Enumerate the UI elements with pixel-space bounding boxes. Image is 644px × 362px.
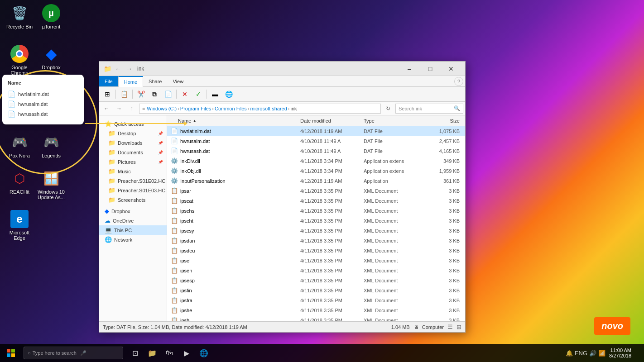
file-row[interactable]: 📋 ipscsy 4/11/2018 3:35 PM XML Document …	[167, 226, 465, 236]
col-header-type[interactable]: Type	[364, 118, 427, 124]
file-icon: 📄	[171, 128, 178, 134]
file-row[interactable]: ⚙️ InputPersonalization 4/12/2018 1:19 A…	[167, 176, 465, 186]
ribbon-delete-btn[interactable]: ✕	[178, 88, 191, 100]
ribbon-properties-btn[interactable]: ▬	[209, 88, 221, 100]
file-row[interactable]: 📋 ipsel 4/11/2018 3:35 PM XML Document 3…	[167, 256, 465, 266]
file-row[interactable]: 📄 hwrusalm.dat 4/10/2018 11:49 A DAT Fil…	[167, 136, 465, 146]
search-box[interactable]: Search ink 🔍	[395, 104, 463, 114]
sidebar-item-network[interactable]: 🌐 Network	[99, 235, 167, 244]
file-row[interactable]: 📋 ipsfin 4/11/2018 3:35 PM XML Document …	[167, 286, 465, 295]
taskbar-chrome-btn[interactable]: 🌐	[196, 344, 212, 362]
desktop-icon-recycle-bin[interactable]: 🗑️ Recycle Bin	[4, 2, 35, 31]
annotation-arrow	[85, 123, 185, 124]
taskbar-store-btn[interactable]: 🛍	[161, 344, 178, 362]
file-row[interactable]: 📋 ipshe 4/11/2018 3:35 PM XML Document 3…	[167, 305, 465, 315]
maximize-button[interactable]: □	[420, 62, 441, 76]
file-row[interactable]: 📋 ipscht 4/11/2018 3:35 PM XML Document …	[167, 216, 465, 226]
minimize-button[interactable]: –	[399, 62, 420, 76]
up-button[interactable]: ↑	[126, 103, 137, 114]
desktop-icon-win10update[interactable]: 🪟 Windows 10 Update As...	[35, 167, 67, 202]
file-row[interactable]: 📋 ipsesp 4/11/2018 3:35 PM XML Document …	[167, 276, 465, 286]
taskbar-vlc-btn[interactable]: ▶	[178, 344, 195, 362]
taskbar-search[interactable]: ○ Type here to search 🎤	[24, 347, 123, 359]
col-header-name[interactable]: Name ▲	[169, 118, 300, 124]
title-bar-forward-btn[interactable]: →	[125, 64, 134, 73]
file-row[interactable]: 📋 ipscat 4/11/2018 3:35 PM XML Document …	[167, 196, 465, 206]
col-header-size[interactable]: Size	[427, 118, 463, 124]
ribbon-paste-btn[interactable]: 📄	[162, 88, 174, 100]
desktop-icon-reachit[interactable]: ⬡ REACHit	[4, 167, 35, 196]
close-button[interactable]: ✕	[441, 62, 461, 76]
desktop-icon-utorrent[interactable]: µ µTorrent	[35, 2, 67, 31]
file-row[interactable]: 📋 ipsfra 4/11/2018 3:35 PM XML Document …	[167, 295, 465, 305]
desktop-icon-chrome[interactable]: Google Chrome	[4, 43, 35, 77]
notification-icon[interactable]: 🔔	[566, 350, 573, 357]
ribbon-copy-path-btn[interactable]: 📋	[118, 88, 130, 100]
desktop-icon-legends[interactable]: 🎮 Legends	[35, 131, 67, 160]
refresh-button[interactable]: ↻	[383, 103, 394, 114]
ribbon-copy-btn[interactable]: ⧉	[148, 88, 161, 100]
file-row[interactable]: 📋 ipsdan 4/11/2018 3:35 PM XML Document …	[167, 236, 465, 246]
ribbon-rename-btn[interactable]: ✓	[192, 88, 205, 100]
ribbon-help-icon[interactable]: ?	[454, 77, 463, 86]
desktop-icon-poxnora[interactable]: 🎮 Pox Nora	[4, 131, 35, 160]
file-row[interactable]: 📄 hwrlatinlm.dat 4/12/2018 1:19 AM DAT F…	[167, 126, 465, 136]
file-date: 4/11/2018 3:35 PM	[300, 198, 364, 204]
annotation-item-1: 📄 hwrusalm.dat	[8, 99, 78, 109]
start-button[interactable]	[0, 344, 22, 362]
details-view-btn[interactable]: ☰	[447, 324, 453, 330]
sidebar-item-thispc[interactable]: 💻 This PC	[99, 225, 167, 235]
search-icon: 🔍	[454, 105, 460, 111]
show-desktop-btn[interactable]	[637, 344, 640, 362]
sidebar-item-screenshots[interactable]: 📁 Screenshots	[99, 195, 167, 205]
sidebar-item-pictures[interactable]: 📁 Pictures 📌	[99, 157, 167, 167]
sidebar-item-dropbox[interactable]: ◆ Dropbox	[99, 206, 167, 216]
file-date: 4/12/2018 1:19 AM	[300, 129, 364, 134]
sidebar-item-onedrive[interactable]: ☁ OneDrive	[99, 216, 167, 225]
task-view-btn[interactable]: ⊡	[127, 344, 143, 362]
file-row[interactable]: 📋 ipsdeu 4/11/2018 3:35 PM XML Document …	[167, 246, 465, 256]
address-path[interactable]: « Windows (C:) › Program Files › Common …	[139, 104, 381, 114]
desktop-icon-edge[interactable]: e Microsoft Edge	[4, 208, 35, 243]
sidebar-item-desktop[interactable]: 📁 Desktop 📌	[99, 129, 167, 138]
large-icons-view-btn[interactable]: ⊞	[457, 324, 461, 330]
volume-icon[interactable]: 🔊	[589, 350, 596, 357]
file-date: 4/11/2018 3:35 PM	[300, 268, 364, 273]
ribbon-cut-btn[interactable]: ✂️	[135, 88, 147, 100]
sidebar-item-music[interactable]: 📁 Music	[99, 167, 167, 176]
sidebar-item-preacher2[interactable]: 📁 Preacher.S01E03.HC	[99, 186, 167, 195]
file-row[interactable]: 📄 hwrusash.dat 4/10/2018 11:49 A DAT Fil…	[167, 146, 465, 156]
title-bar-back-btn[interactable]: ←	[114, 64, 123, 73]
file-name: ipsfin	[180, 288, 192, 293]
file-row[interactable]: ⚙️ InkObj.dll 4/11/2018 3:34 PM Applicat…	[167, 166, 465, 176]
file-row[interactable]: 📋 ipschs 4/11/2018 3:35 PM XML Document …	[167, 206, 465, 216]
breadcrumb-microsoftshared[interactable]: microsoft shared	[250, 106, 287, 111]
tab-home[interactable]: Home	[118, 76, 143, 87]
file-row[interactable]: 📋 ipsar 4/11/2018 3:35 PM XML Document 3…	[167, 186, 465, 196]
taskbar-clock[interactable]: 11:00 AM 8/27/2018	[609, 348, 631, 358]
back-button[interactable]: ←	[101, 103, 112, 114]
tab-view[interactable]: View	[167, 76, 189, 86]
breadcrumb-programfiles[interactable]: Program Files	[180, 106, 211, 111]
col-header-date[interactable]: Date modified	[300, 118, 364, 124]
ribbon-content: ⊞ 📋 ✂️ ⧉ 📄 ✕ ✓ ▬ 🌐	[99, 87, 465, 101]
sidebar-item-downloads[interactable]: 📁 Downloads 📌	[99, 138, 167, 148]
taskbar-explorer-btn[interactable]: 📁	[144, 344, 160, 362]
file-icon: 📄	[171, 138, 178, 144]
language-icon[interactable]: ENG	[575, 350, 587, 357]
tab-share[interactable]: Share	[143, 76, 167, 86]
ribbon-globe-btn[interactable]: 🌐	[222, 88, 235, 100]
breadcrumb-commonfiles[interactable]: Common Files	[215, 106, 247, 111]
file-row[interactable]: 📋 ipsen 4/11/2018 3:35 PM XML Document 3…	[167, 266, 465, 276]
sidebar-item-preacher1[interactable]: 📁 Preacher.S01E02.HC	[99, 176, 167, 186]
forward-button[interactable]: →	[114, 103, 125, 114]
network-icon[interactable]: 📶	[598, 350, 606, 357]
tab-file[interactable]: File	[99, 76, 118, 86]
file-row[interactable]: 📋 ipshi 4/11/2018 3:35 PM XML Document 3…	[167, 315, 465, 321]
sidebar-item-documents[interactable]: 📁 Documents 📌	[99, 148, 167, 157]
breadcrumb-windows[interactable]: Windows (C:)	[147, 106, 177, 111]
explorer-window: 📁 ← → ink – □ ✕ File Home Share View ? ⊞…	[99, 61, 466, 333]
file-row[interactable]: ⚙️ InkDiv.dll 4/11/2018 3:34 PM Applicat…	[167, 156, 465, 166]
desktop-icon-dropbox[interactable]: ◆ Dropbox	[35, 43, 67, 72]
ribbon-view-btn[interactable]: ⊞	[101, 88, 114, 100]
